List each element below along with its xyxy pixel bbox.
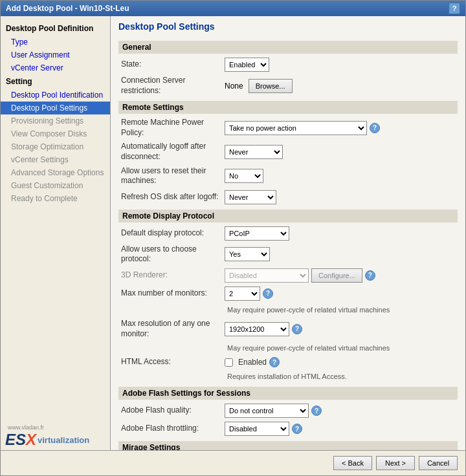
- refresh-row: Refresh OS disk after logoff: Never Alwa…: [118, 190, 458, 204]
- max-resolution-select[interactable]: 1920x1200 2560x1600 3840x2160: [225, 322, 289, 336]
- max-resolution-control: 1920x1200 2560x1600 3840x2160 ?: [225, 322, 455, 336]
- flash-quality-select[interactable]: Do not control Low Medium High: [225, 404, 309, 418]
- window-title: Add Desktop Pool - Win10-St-Leu: [6, 4, 129, 13]
- default-protocol-control: PCoIP RDP BLAST: [225, 226, 455, 241]
- refresh-label: Refresh OS disk after logoff:: [121, 192, 225, 202]
- sidebar-item-ready-complete: Ready to Complete: [1, 192, 110, 205]
- sidebar: Desktop Pool Definition Type User Assign…: [1, 16, 111, 450]
- sidebar-section-setting: Setting: [1, 74, 110, 89]
- max-resolution-row: Max resolution of any one monitor: 1920x…: [118, 319, 458, 339]
- flash-throttle-control: Disabled Enabled ?: [225, 422, 455, 436]
- conn-server-control: None Browse...: [225, 79, 455, 93]
- max-resolution-label: Max resolution of any one monitor:: [121, 319, 225, 339]
- mirage-section-header: Mirage Settings: [118, 441, 458, 450]
- browse-button[interactable]: Browse...: [249, 79, 293, 93]
- flash-quality-label: Adobe Flash quality:: [121, 406, 225, 416]
- reset-label: Allow users to reset their machines:: [121, 166, 225, 186]
- cancel-button[interactable]: Cancel: [419, 456, 458, 470]
- allow-protocol-control: Yes No: [225, 247, 455, 261]
- max-monitors-select[interactable]: 1 2 3 4: [225, 287, 260, 301]
- state-label: State:: [121, 60, 225, 70]
- main-content: Desktop Pool Settings General State: Ena…: [111, 16, 465, 450]
- sidebar-item-vcenter-settings: vCenter Settings: [1, 153, 110, 166]
- conn-server-label: Connection Server restrictions:: [121, 76, 225, 96]
- power-policy-label: Remote Machine Power Policy:: [121, 118, 225, 138]
- auto-logoff-row: Automatically logoff after disconnect: N…: [118, 142, 458, 162]
- sidebar-item-pool-settings[interactable]: Desktop Pool Settings: [1, 102, 110, 114]
- resolution-note-row: May require power-cycle of related virtu…: [118, 343, 458, 353]
- back-button[interactable]: < Back: [333, 456, 372, 470]
- allow-protocol-row: Allow users to choose protocol: Yes No: [118, 244, 458, 265]
- power-policy-help-icon[interactable]: ?: [370, 123, 380, 133]
- power-policy-select[interactable]: Take no power action Always powered on S…: [225, 121, 367, 135]
- flash-quality-control: Do not control Low Medium High ?: [225, 404, 455, 418]
- power-policy-control: Take no power action Always powered on S…: [225, 121, 455, 135]
- renderer-select[interactable]: Disabled Automatic Software Hardware: [225, 268, 309, 283]
- flash-section-header: Adobe Flash Settings for Sessions: [118, 387, 458, 400]
- monitors-note-row: May require power-cycle of related virtu…: [118, 305, 458, 315]
- flash-throttle-select[interactable]: Disabled Enabled: [225, 422, 289, 436]
- default-protocol-select[interactable]: PCoIP RDP BLAST: [225, 226, 289, 241]
- html-access-label: HTML Access:: [121, 357, 225, 367]
- default-protocol-row: Default display protocol: PCoIP RDP BLAS…: [118, 226, 458, 241]
- help-button[interactable]: ?: [449, 3, 460, 14]
- configure-button[interactable]: Configure...: [311, 268, 362, 283]
- renderer-row: 3D Renderer: Disabled Automatic Software…: [118, 268, 458, 283]
- flash-throttle-help-icon[interactable]: ?: [292, 424, 302, 434]
- sidebar-item-user-assignment[interactable]: User Assignment: [1, 49, 110, 61]
- html-enabled-label: Enabled: [238, 358, 267, 367]
- html-help-icon[interactable]: ?: [269, 357, 280, 367]
- html-note-row: Requires installation of HTML Access.: [118, 371, 458, 382]
- sidebar-item-composer-disks: View Composer Disks: [1, 127, 110, 140]
- conn-server-row: Connection Server restrictions: None Bro…: [118, 76, 458, 96]
- monitors-note: May require power-cycle of related virtu…: [225, 305, 392, 315]
- general-section-header: General: [118, 41, 458, 54]
- max-monitors-help-icon[interactable]: ?: [263, 288, 273, 299]
- sidebar-item-type[interactable]: Type: [1, 36, 110, 49]
- state-control: Enabled Disabled: [225, 58, 455, 72]
- power-policy-row: Remote Machine Power Policy: Take no pow…: [118, 118, 458, 138]
- reset-select[interactable]: No Yes: [225, 169, 263, 183]
- state-select[interactable]: Enabled Disabled: [225, 58, 269, 72]
- logo-url: www.vladan.fr: [8, 424, 89, 431]
- sidebar-item-storage-opt: Storage Optimization: [1, 140, 110, 153]
- logo-virtualization: virtualization: [38, 435, 89, 445]
- renderer-control: Disabled Automatic Software Hardware Con…: [225, 268, 455, 283]
- flash-throttle-row: Adobe Flash throttling: Disabled Enabled…: [118, 422, 458, 436]
- sidebar-item-provisioning: Provisioning Settings: [1, 114, 110, 127]
- flash-quality-row: Adobe Flash quality: Do not control Low …: [118, 404, 458, 418]
- flash-quality-help-icon[interactable]: ?: [311, 406, 322, 416]
- allow-protocol-label: Allow users to choose protocol:: [121, 244, 225, 265]
- renderer-label: 3D Renderer:: [121, 270, 225, 281]
- sidebar-item-advanced-storage: Advanced Storage Options: [1, 166, 110, 179]
- remote-display-header: Remote Display Protocol: [118, 210, 458, 222]
- content-area: Desktop Pool Definition Type User Assign…: [1, 16, 465, 450]
- title-bar: Add Desktop Pool - Win10-St-Leu ?: [1, 1, 465, 16]
- auto-logoff-label: Automatically logoff after disconnect:: [121, 142, 225, 162]
- max-resolution-help-icon[interactable]: ?: [292, 324, 302, 334]
- resolution-note: May require power-cycle of related virtu…: [225, 343, 392, 353]
- auto-logoff-select[interactable]: Never Immediately After: [225, 145, 283, 159]
- renderer-help-icon[interactable]: ?: [365, 270, 375, 281]
- default-protocol-label: Default display protocol:: [121, 228, 225, 239]
- main-title: Desktop Pool Settings: [118, 21, 458, 34]
- sidebar-item-pool-identification[interactable]: Desktop Pool Identification: [1, 89, 110, 102]
- refresh-control: Never Always Every: [225, 190, 455, 204]
- html-access-row: HTML Access: Enabled ?: [118, 357, 458, 367]
- reset-control: No Yes: [225, 169, 455, 183]
- flash-throttle-label: Adobe Flash throttling:: [121, 424, 225, 434]
- html-enabled-checkbox[interactable]: [225, 358, 233, 367]
- max-monitors-control: 1 2 3 4 ?: [225, 287, 455, 301]
- reset-row: Allow users to reset their machines: No …: [118, 166, 458, 186]
- sidebar-item-guest-customization: Guest Customization: [1, 179, 110, 192]
- max-monitors-label: Max number of monitors:: [121, 288, 225, 299]
- logo-x: X: [26, 431, 36, 449]
- refresh-select[interactable]: Never Always Every: [225, 190, 276, 204]
- html-note: Requires installation of HTML Access.: [225, 371, 350, 382]
- allow-protocol-select[interactable]: Yes No: [225, 247, 270, 261]
- next-button[interactable]: Next >: [376, 456, 415, 470]
- remote-settings-header: Remote Settings: [118, 101, 458, 114]
- conn-server-value: None: [225, 81, 243, 91]
- main-window: Add Desktop Pool - Win10-St-Leu ? Deskto…: [0, 0, 466, 476]
- sidebar-item-vcenter-server[interactable]: vCenter Server: [1, 61, 110, 74]
